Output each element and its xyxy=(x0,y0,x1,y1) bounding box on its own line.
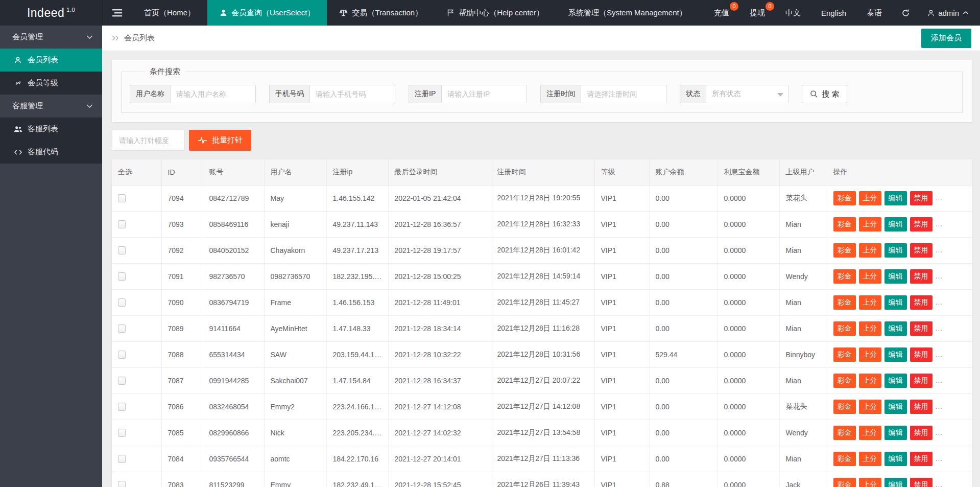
row-add-score-button[interactable]: 上分 xyxy=(859,243,881,258)
row-checkbox[interactable] xyxy=(118,298,126,307)
row-checkbox[interactable] xyxy=(118,455,126,463)
row-edit-button[interactable]: 编辑 xyxy=(885,478,907,487)
row-edit-button[interactable]: 编辑 xyxy=(885,243,907,258)
row-checkbox[interactable] xyxy=(118,272,126,281)
row-bonus-button[interactable]: 彩金 xyxy=(833,452,856,466)
recharge-shortcut[interactable]: 充值 0 xyxy=(704,0,739,26)
row-edit-button[interactable]: 编辑 xyxy=(885,217,907,231)
row-add-score-button[interactable]: 上分 xyxy=(859,321,881,336)
row-add-score-button[interactable]: 上分 xyxy=(859,426,881,440)
row-add-score-button[interactable]: 上分 xyxy=(859,478,881,487)
more-actions[interactable]: ... xyxy=(936,324,943,332)
row-bonus-button[interactable]: 彩金 xyxy=(833,243,856,258)
row-add-score-button[interactable]: 上分 xyxy=(859,295,881,310)
sidebar-item-service-code[interactable]: 客服代码 xyxy=(0,141,102,164)
row-checkbox[interactable] xyxy=(118,194,126,202)
row-bonus-button[interactable]: 彩金 xyxy=(833,374,856,388)
row-add-score-button[interactable]: 上分 xyxy=(859,400,881,414)
row-disable-button[interactable]: 禁用 xyxy=(910,191,933,205)
phone-input[interactable] xyxy=(309,85,395,103)
sidebar-item-service-list[interactable]: 客服列表 xyxy=(0,118,102,141)
withdraw-shortcut[interactable]: 提现 0 xyxy=(739,0,775,26)
nav-item-transaction[interactable]: 交易（Transaction） xyxy=(327,0,435,26)
batch-inject-button[interactable]: 批量打针 xyxy=(189,130,251,151)
lang-english-button[interactable]: English xyxy=(811,0,856,26)
row-add-score-button[interactable]: 上分 xyxy=(859,217,881,231)
more-actions[interactable]: ... xyxy=(936,454,943,462)
row-bonus-button[interactable]: 彩金 xyxy=(833,347,856,362)
row-checkbox[interactable] xyxy=(118,429,126,437)
status-select[interactable]: 所有状态 xyxy=(706,85,788,103)
row-disable-button[interactable]: 禁用 xyxy=(910,243,933,258)
row-checkbox[interactable] xyxy=(118,324,126,333)
row-edit-button[interactable]: 编辑 xyxy=(885,269,907,284)
row-checkbox[interactable] xyxy=(118,403,126,411)
more-actions[interactable]: ... xyxy=(936,376,943,384)
inject-amount-input[interactable] xyxy=(112,130,184,151)
more-actions[interactable]: ... xyxy=(936,298,943,306)
user-menu[interactable]: admin xyxy=(919,0,980,26)
more-actions[interactable]: ... xyxy=(936,350,943,358)
row-disable-button[interactable]: 禁用 xyxy=(910,400,933,414)
row-bonus-button[interactable]: 彩金 xyxy=(833,321,856,336)
refresh-button[interactable] xyxy=(892,0,919,26)
row-bonus-button[interactable]: 彩金 xyxy=(833,426,856,440)
row-bonus-button[interactable]: 彩金 xyxy=(833,400,856,414)
add-member-button[interactable]: 添加会员 xyxy=(921,29,971,48)
more-actions[interactable]: ... xyxy=(936,246,943,254)
row-bonus-button[interactable]: 彩金 xyxy=(833,295,856,310)
row-edit-button[interactable]: 编辑 xyxy=(885,321,907,336)
row-disable-button[interactable]: 禁用 xyxy=(910,321,933,336)
row-add-score-button[interactable]: 上分 xyxy=(859,347,881,362)
username-input[interactable] xyxy=(170,85,256,103)
row-checkbox[interactable] xyxy=(118,246,126,254)
row-add-score-button[interactable]: 上分 xyxy=(859,269,881,284)
row-bonus-button[interactable]: 彩金 xyxy=(833,191,856,205)
more-actions[interactable]: ... xyxy=(936,480,943,487)
row-disable-button[interactable]: 禁用 xyxy=(910,217,933,231)
nav-item-help-center[interactable]: 帮助中心（Help center） xyxy=(435,0,556,26)
row-edit-button[interactable]: 编辑 xyxy=(885,374,907,388)
row-edit-button[interactable]: 编辑 xyxy=(885,452,907,466)
row-checkbox[interactable] xyxy=(118,220,126,228)
row-checkbox[interactable] xyxy=(118,377,126,385)
row-disable-button[interactable]: 禁用 xyxy=(910,269,933,284)
row-edit-button[interactable]: 编辑 xyxy=(885,426,907,440)
row-checkbox[interactable] xyxy=(118,351,126,359)
row-disable-button[interactable]: 禁用 xyxy=(910,426,933,440)
more-actions[interactable]: ... xyxy=(936,402,943,410)
sidebar-item-member-level[interactable]: 会员等级 xyxy=(0,72,102,95)
row-edit-button[interactable]: 编辑 xyxy=(885,295,907,310)
row-add-score-button[interactable]: 上分 xyxy=(859,374,881,388)
row-disable-button[interactable]: 禁用 xyxy=(910,374,933,388)
sidebar-group-member-management[interactable]: 会员管理 xyxy=(0,26,102,49)
row-disable-button[interactable]: 禁用 xyxy=(910,347,933,362)
more-actions[interactable]: ... xyxy=(936,428,943,436)
nav-item-home[interactable]: 首页（Home） xyxy=(132,0,207,26)
more-actions[interactable]: ... xyxy=(936,194,943,202)
row-bonus-button[interactable]: 彩金 xyxy=(833,478,856,487)
reg-ip-input[interactable] xyxy=(441,85,527,103)
nav-item-system-management[interactable]: 系统管理（System Management） xyxy=(556,0,699,26)
row-disable-button[interactable]: 禁用 xyxy=(910,478,933,487)
lang-chinese-button[interactable]: 中文 xyxy=(775,0,811,26)
more-actions[interactable]: ... xyxy=(936,272,943,280)
nav-item-userselect[interactable]: 会员查询（UserSelect） xyxy=(207,0,327,26)
row-add-score-button[interactable]: 上分 xyxy=(859,452,881,466)
row-bonus-button[interactable]: 彩金 xyxy=(833,217,856,231)
sidebar-item-member-list[interactable]: 会员列表 xyxy=(0,49,102,72)
lang-thai-button[interactable]: 泰语 xyxy=(856,0,892,26)
row-disable-button[interactable]: 禁用 xyxy=(910,452,933,466)
reg-time-input[interactable] xyxy=(581,85,666,103)
row-checkbox[interactable] xyxy=(118,481,126,487)
row-edit-button[interactable]: 编辑 xyxy=(885,347,907,362)
row-bonus-button[interactable]: 彩金 xyxy=(833,269,856,284)
row-edit-button[interactable]: 编辑 xyxy=(885,400,907,414)
row-edit-button[interactable]: 编辑 xyxy=(885,191,907,205)
row-add-score-button[interactable]: 上分 xyxy=(859,191,881,205)
more-actions[interactable]: ... xyxy=(936,220,943,228)
sidebar-toggle-button[interactable] xyxy=(102,0,132,26)
row-disable-button[interactable]: 禁用 xyxy=(910,295,933,310)
search-button[interactable]: 搜 索 xyxy=(802,85,847,103)
sidebar-group-service-management[interactable]: 客服管理 xyxy=(0,95,102,118)
